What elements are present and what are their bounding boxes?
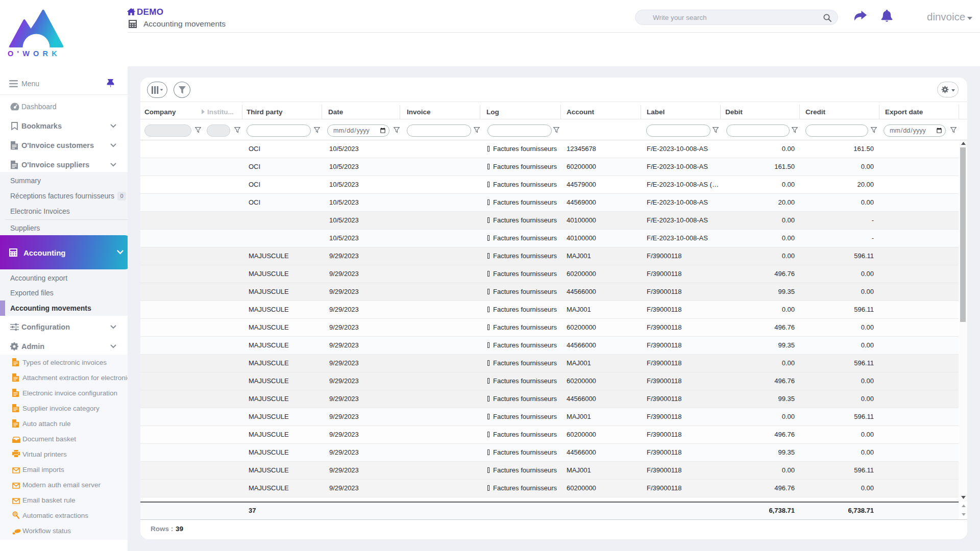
svg-text:O'WORK: O'WORK	[8, 49, 61, 58]
